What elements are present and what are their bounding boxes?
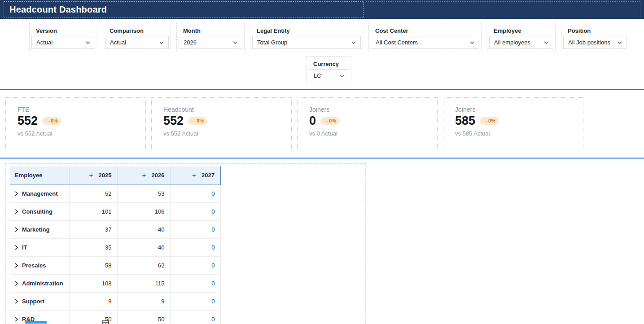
filter-month-select[interactable]: 2026 (179, 36, 242, 49)
kpi-value: 0 (309, 114, 316, 128)
table-grid-icon[interactable] (102, 320, 110, 324)
chevron-down-icon (470, 41, 474, 44)
chevron-right-icon[interactable] (15, 191, 18, 196)
year-label: 2027 (202, 172, 215, 179)
column-header-2025[interactable]: +2025 (69, 166, 117, 184)
filter-position-label: Position (563, 25, 627, 36)
kpi-value: 552 (163, 114, 184, 128)
expand-column-icon[interactable]: + (142, 172, 146, 179)
filter-legal-entity: Legal Entity Total Group (250, 23, 363, 51)
chevron-right-icon[interactable] (15, 209, 18, 214)
kpi-label: Joiners (309, 106, 425, 113)
row-label: Consulting (22, 208, 53, 215)
cell-value: 35 (69, 238, 117, 256)
cell-value: 53 (117, 184, 170, 202)
kpi-value: 552 (18, 114, 38, 128)
cell-value: 62 (117, 256, 170, 274)
filter-currency-select[interactable]: LC (309, 69, 349, 82)
filter-month-label: Month (179, 25, 242, 36)
cell-value: 40 (117, 238, 170, 256)
expand-column-icon[interactable]: + (89, 172, 93, 179)
filter-position-select[interactable]: All Job positions (563, 36, 627, 49)
cell-value: 0 (170, 274, 220, 292)
cell-value: 9 (117, 292, 170, 310)
cell-value: 52 (69, 184, 117, 202)
filter-position: Position All Job positions (561, 23, 629, 51)
cell-value: 50 (117, 310, 170, 324)
filter-currency-label: Currency (309, 58, 349, 69)
filter-version-select[interactable]: Actual (31, 36, 95, 49)
filter-cost-center-select[interactable]: All Cost Centers (371, 36, 479, 49)
cell-value: 37 (69, 220, 117, 238)
filter-version-value: Actual (36, 39, 53, 46)
filter-bar: Version Actual Comparison Actual Month 2… (0, 19, 644, 84)
table-row-consulting[interactable]: Consulting 101 106 0 (10, 202, 220, 220)
kpi-card-fte: FTE 552 →0% vs 552 Actual (5, 97, 146, 152)
filter-comparison-value: Actual (110, 39, 126, 46)
chevron-right-icon[interactable] (15, 263, 18, 268)
filter-position-value: All Job positions (568, 39, 610, 46)
column-header-employee[interactable]: Employee (10, 166, 69, 184)
cell-value: 0 (170, 184, 220, 202)
kpi-card-headcount: Headcount 552 →0% vs 552 Actual (151, 97, 292, 152)
filter-comparison-label: Comparison (105, 25, 169, 36)
table-row-administration[interactable]: Administration 108 115 0 (10, 274, 220, 292)
filter-employee-select[interactable]: All employees (489, 36, 553, 49)
horizontal-scrollbar-thumb[interactable] (25, 321, 47, 324)
headcount-dashboard-page: Headcount Dashboard Version Actual Compa… (0, 0, 644, 324)
cell-value: 106 (117, 202, 170, 220)
filter-currency-value: LC (314, 72, 321, 79)
table-row-presales[interactable]: Presales 58 62 0 (10, 256, 220, 274)
row-label: Management (22, 190, 57, 197)
chevron-right-icon[interactable] (15, 317, 18, 322)
filter-month: Month 2026 (176, 23, 245, 51)
kpi-variance-badge: →0% (188, 117, 207, 125)
filter-legal-entity-label: Legal Entity (252, 25, 361, 36)
blue-divider (0, 158, 644, 159)
page-title: Headcount Dashboard (9, 4, 107, 15)
column-header-2027[interactable]: +2027 (170, 166, 220, 184)
year-label: 2025 (99, 172, 112, 179)
table-row-marketing[interactable]: Marketing 37 40 0 (10, 220, 220, 238)
kpi-variance-badge: →0% (42, 117, 61, 125)
cell-value: 58 (69, 256, 117, 274)
kpi-label: FTE (18, 106, 134, 113)
cell-value: 40 (117, 220, 170, 238)
cell-value: 9 (69, 292, 117, 310)
chevron-down-icon (233, 41, 237, 44)
cell-value: 0 (170, 202, 220, 220)
chevron-right-icon[interactable] (15, 227, 18, 232)
kpi-comparison: vs 585 Actual (455, 130, 571, 137)
kpi-card-joiners: Joiners 0 →0% vs 0 Actual (297, 97, 438, 152)
filter-comparison: Comparison Actual (103, 23, 171, 51)
cell-value: 0 (170, 256, 220, 274)
pink-divider (0, 89, 644, 90)
row-label: IT (22, 244, 27, 251)
filter-month-value: 2026 (184, 39, 197, 46)
row-label: Marketing (22, 226, 49, 233)
chevron-right-icon[interactable] (15, 299, 18, 304)
chevron-down-icon (86, 41, 90, 44)
filter-employee-label: Employee (489, 25, 553, 36)
chevron-right-icon[interactable] (15, 245, 18, 250)
filter-employee-value: All employees (494, 39, 530, 46)
cell-value: 0 (170, 310, 220, 324)
table-row-it[interactable]: IT 35 40 0 (10, 238, 220, 256)
filter-cost-center-label: Cost Center (371, 25, 479, 36)
chevron-right-icon[interactable] (15, 281, 18, 286)
table-row-management[interactable]: Management 52 53 0 (10, 184, 220, 202)
table-row-support[interactable]: Support 9 9 0 (10, 292, 220, 310)
filter-row-currency: Currency LC (307, 56, 644, 84)
filter-comparison-select[interactable]: Actual (105, 36, 169, 49)
chevron-down-icon (618, 41, 622, 44)
chevron-down-icon (159, 41, 164, 44)
filter-row-main: Version Actual Comparison Actual Month 2… (29, 23, 644, 51)
filter-version-label: Version (31, 25, 95, 36)
headcount-table: Employee +2025 +2026 +2027 Management 52 (10, 166, 221, 324)
cell-value: 0 (170, 220, 220, 238)
filter-legal-entity-value: Total Group (257, 39, 287, 46)
filter-legal-entity-select[interactable]: Total Group (252, 36, 361, 49)
column-header-2026[interactable]: +2026 (117, 166, 170, 184)
cell-value: 115 (117, 274, 170, 292)
expand-column-icon[interactable]: + (192, 172, 196, 179)
